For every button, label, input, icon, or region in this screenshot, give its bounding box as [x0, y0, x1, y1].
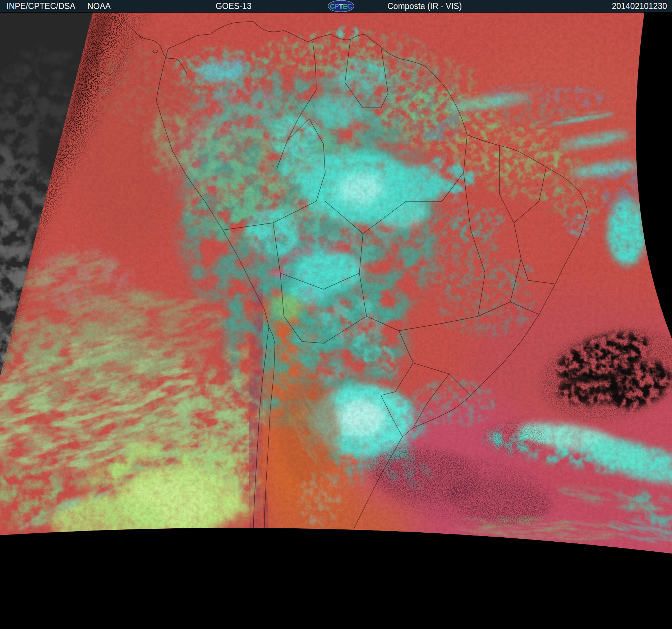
svg-text:C: C [330, 3, 335, 10]
svg-text:NOAA: NOAA [87, 1, 111, 11]
svg-text:201402101230: 201402101230 [612, 1, 667, 11]
svg-text:C: C [347, 3, 352, 10]
svg-text:Composta (IR - VIS): Composta (IR - VIS) [387, 1, 462, 11]
svg-text:E: E [343, 3, 347, 10]
svg-text:GOES-13: GOES-13 [216, 1, 252, 11]
svg-text:INPE/CPTEC/DSA: INPE/CPTEC/DSA [6, 1, 75, 11]
